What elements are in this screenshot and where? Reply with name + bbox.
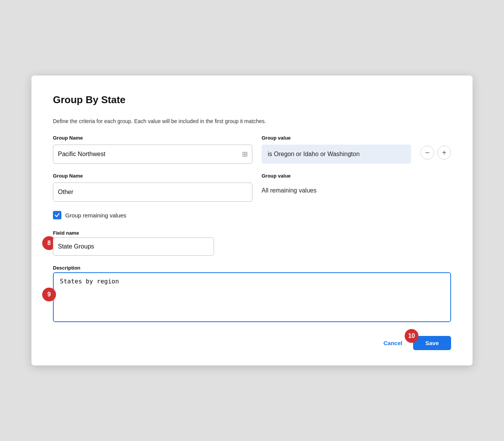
add-group-button[interactable]: +: [437, 146, 451, 160]
minus-icon: −: [425, 148, 430, 157]
group-by-state-dialog: Group By State Define the criteria for e…: [31, 76, 473, 365]
checkbox-row: Group remaining values: [53, 211, 451, 219]
badge-9-label: 9: [48, 291, 51, 298]
field-name-input-wrap: [53, 237, 214, 256]
group-col-name-2: Group Name: [53, 173, 252, 202]
step-badge-9: 9: [42, 288, 56, 301]
row-actions-1: − +: [420, 146, 451, 160]
description-label: Description: [53, 265, 451, 271]
group-value-text-2: All remaining values: [262, 183, 451, 199]
group-remaining-checkbox[interactable]: [53, 211, 61, 219]
checkbox-label: Group remaining values: [65, 212, 126, 219]
description-section: 9 Description States by region: [53, 265, 451, 324]
dialog-description: Define the criteria for each group. Each…: [53, 118, 451, 124]
group-value-box-1: is Oregon or Idaho or Washington: [262, 145, 411, 164]
group-col-value-2: Group value All remaining values: [262, 173, 451, 199]
group-value-label-1: Group value: [262, 135, 411, 141]
group-row-2: Group Name Group value All remaining val…: [53, 173, 451, 202]
group-col-name-1: Group Name ⊞: [53, 135, 252, 164]
group-value-label-2: Group value: [262, 173, 451, 179]
checkmark-icon: [54, 212, 60, 218]
group-name-input-1[interactable]: [53, 145, 252, 164]
group-name-label-1: Group Name: [53, 135, 252, 141]
group-col-value-1: Group value is Oregon or Idaho or Washin…: [262, 135, 411, 164]
badge-8-label: 8: [48, 240, 51, 247]
table-icon-1: ⊞: [242, 150, 248, 158]
step-badge-10: 10: [405, 329, 418, 343]
group-row-1: Group Name ⊞ Group value is Oregon or Id…: [53, 135, 451, 164]
group-name-input-2[interactable]: [53, 183, 252, 202]
group-value-text-1: is Oregon or Idaho or Washington: [268, 151, 360, 158]
save-button[interactable]: Save: [413, 336, 451, 350]
cancel-button[interactable]: Cancel: [379, 337, 407, 349]
description-textarea[interactable]: States by region: [53, 272, 451, 322]
field-name-label: Field name: [53, 230, 451, 236]
field-name-input[interactable]: [53, 237, 214, 256]
remove-group-button[interactable]: −: [420, 146, 434, 160]
dialog-footer: Cancel 10 Save: [53, 336, 451, 350]
group-name-label-2: Group Name: [53, 173, 252, 179]
plus-icon: +: [442, 148, 446, 157]
save-button-wrap: 10 Save: [413, 336, 451, 350]
group-name-input-wrap-2: [53, 183, 252, 202]
dialog-title: Group By State: [53, 94, 451, 106]
group-name-input-wrap-1: ⊞: [53, 145, 252, 164]
groups-section: Group Name ⊞ Group value is Oregon or Id…: [53, 135, 451, 202]
field-name-section: 8 Field name: [53, 230, 451, 256]
badge-10-label: 10: [408, 332, 415, 339]
